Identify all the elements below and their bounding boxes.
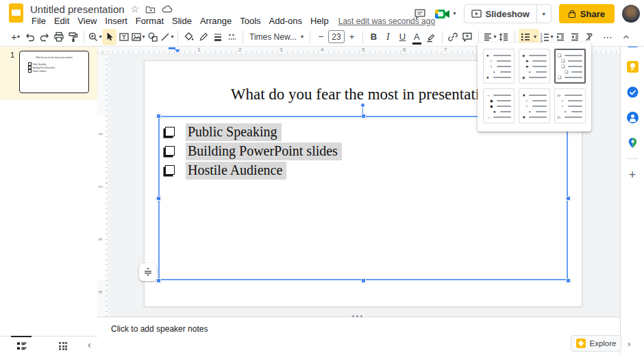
slideshow-label: Slideshow	[486, 9, 530, 19]
get-addons-button[interactable]: +	[629, 169, 636, 181]
thumb-checkbox-bullet	[28, 66, 32, 69]
more-options-button[interactable]: ⋯	[601, 29, 615, 45]
meet-caret-icon: ▾	[454, 11, 456, 16]
border-dash-button[interactable]	[225, 29, 239, 45]
speaker-notes-panel[interactable]: Click to add speaker notes	[97, 317, 620, 355]
menu-file[interactable]: File	[27, 16, 50, 26]
font-family-select[interactable]: Times New... ▾	[247, 29, 306, 45]
top-bar: Untitled presentation ☆ File Edit View I…	[0, 0, 644, 27]
menu-format[interactable]: Format	[132, 16, 168, 26]
bullet-style-option-arrow-diamond[interactable]: → ◆ ◆ ● →	[483, 88, 515, 123]
side-panel: 31 +	[620, 27, 644, 355]
text-box-tool-button[interactable]	[116, 29, 131, 45]
hide-menus-button[interactable]	[619, 29, 633, 45]
underline-button[interactable]: U	[395, 29, 410, 45]
resize-handle-bottom-middle[interactable]	[361, 278, 366, 283]
add-comment-button[interactable]	[460, 29, 475, 45]
filmstrip-view-button[interactable]	[16, 341, 27, 354]
new-slide-button[interactable]: +▾	[8, 29, 23, 45]
menu-help[interactable]: Help	[306, 16, 333, 26]
border-color-button[interactable]	[196, 29, 210, 45]
resize-handle-middle-left[interactable]	[156, 196, 161, 201]
expand-side-panel-icon[interactable]: ›	[628, 339, 630, 349]
notes-resize-handle[interactable]	[352, 315, 362, 317]
bullet-style-option-diamond-arrow[interactable]: ◈ ► ► ▪ ◈	[519, 49, 550, 84]
collapse-filmstrip-icon[interactable]: ‹	[88, 339, 91, 350]
google-contacts-icon[interactable]	[627, 112, 639, 123]
lock-icon	[569, 12, 575, 18]
selected-slide-row[interactable]: 1 What do you fear the most in presentat…	[0, 47, 97, 100]
bullet-item[interactable]: Building PowerPoint slides	[164, 142, 342, 161]
explore-label: Explore	[590, 339, 617, 347]
google-tasks-icon[interactable]	[627, 86, 639, 98]
undo-button[interactable]	[23, 29, 37, 45]
menu-arrange[interactable]: Arrange	[196, 16, 236, 26]
resize-handle-bottom-left[interactable]	[156, 278, 161, 283]
italic-button[interactable]: I	[381, 29, 395, 45]
bullet-style-option-disc[interactable]: ● ○ ○ ▪ ●	[483, 49, 515, 84]
rotate-handle[interactable]	[360, 103, 365, 108]
grid-view-button[interactable]	[59, 342, 67, 350]
thumb-checkbox-bullet	[28, 62, 32, 66]
decrease-font-size-button[interactable]: −	[314, 29, 328, 45]
insert-shape-button[interactable]	[145, 29, 160, 45]
fill-color-button[interactable]	[182, 29, 196, 45]
resize-handle-top-middle[interactable]	[361, 114, 366, 119]
resize-handle-bottom-right[interactable]	[566, 278, 571, 283]
resize-handle-top-left[interactable]	[156, 114, 161, 119]
left-indent-marker[interactable]	[175, 49, 180, 53]
share-button[interactable]: Share	[559, 4, 615, 23]
google-keep-icon[interactable]	[627, 61, 639, 73]
thumb-checkbox-bullet	[28, 69, 32, 73]
bold-button[interactable]: B	[367, 29, 381, 45]
bullet-style-option-star[interactable]: ★ ○ ○ ▪ ★	[519, 88, 550, 123]
slideshow-button[interactable]: Slideshow ▾	[464, 4, 552, 23]
bullet-item[interactable]: Hostile Audience	[164, 161, 286, 180]
present-icon	[471, 9, 482, 19]
redo-button[interactable]	[37, 29, 51, 45]
increase-font-size-button[interactable]: +	[345, 29, 359, 45]
share-label: Share	[580, 9, 605, 19]
cloud-status-icon[interactable]	[162, 5, 173, 13]
insert-link-button[interactable]	[446, 29, 460, 45]
account-avatar[interactable]	[622, 5, 640, 23]
slideshow-options-caret[interactable]: ▾	[536, 5, 551, 23]
open-comments-icon[interactable]	[414, 8, 426, 20]
zoom-button[interactable]: ▾	[88, 29, 102, 45]
resize-handle-middle-right[interactable]	[566, 196, 571, 201]
star-icon[interactable]: ☆	[131, 4, 140, 14]
google-meet-button[interactable]: ▾	[434, 8, 456, 20]
menu-bar: File Edit View Insert Format Slide Arran…	[27, 15, 435, 27]
print-button[interactable]	[51, 29, 66, 45]
border-weight-button[interactable]	[210, 29, 225, 45]
checkbox-bullet-icon	[165, 165, 175, 175]
document-title[interactable]: Untitled presentation	[30, 3, 125, 15]
menu-slide[interactable]: Slide	[168, 16, 196, 26]
menu-view[interactable]: View	[73, 16, 101, 26]
explore-button[interactable]: Explore	[571, 335, 621, 352]
highlight-color-button[interactable]	[424, 29, 438, 45]
menu-tools[interactable]: Tools	[236, 16, 264, 26]
slide-thumbnail[interactable]: What do you fear the most in presentatio…	[19, 51, 89, 93]
font-name-value: Times New...	[249, 32, 297, 42]
menu-addons[interactable]: Add-ons	[265, 16, 306, 26]
move-folder-icon[interactable]	[145, 5, 156, 14]
sidebar-divider	[627, 158, 638, 159]
font-size-input[interactable]	[328, 30, 345, 43]
view-switch-bar: ‹	[0, 336, 97, 355]
bullet-style-option-arrow[interactable]: ▻ ○ ○ ▪ ▻	[554, 88, 586, 123]
active-view-indicator	[11, 336, 32, 337]
paint-format-button[interactable]	[66, 29, 80, 45]
google-maps-icon[interactable]	[627, 137, 639, 149]
menu-edit[interactable]: Edit	[50, 16, 73, 26]
bullet-item[interactable]: Public Speaking	[164, 123, 282, 142]
insert-image-button[interactable]: ▾	[131, 29, 145, 45]
bullet-style-option-checkbox-selected[interactable]: ❑ ❑ ❑ ❑ ❑	[554, 49, 586, 84]
text-color-button[interactable]: A	[410, 29, 424, 45]
slides-logo-icon[interactable]	[9, 3, 23, 23]
select-tool-button[interactable]	[102, 29, 116, 45]
menu-insert[interactable]: Insert	[101, 16, 132, 26]
insert-line-button[interactable]: ▾	[160, 29, 174, 45]
autofit-text-button[interactable]	[139, 263, 157, 281]
speaker-notes-placeholder[interactable]: Click to add speaker notes	[111, 324, 208, 334]
